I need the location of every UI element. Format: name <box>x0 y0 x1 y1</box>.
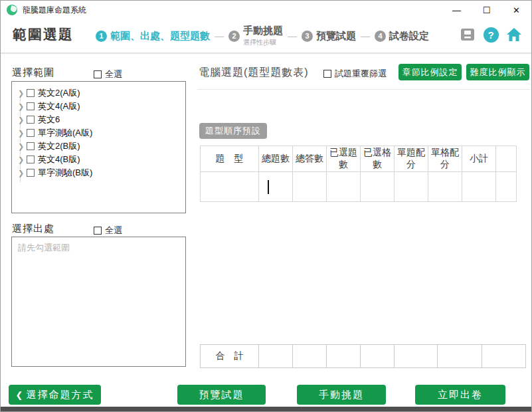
tree-item-checkbox[interactable] <box>27 102 35 110</box>
save-icon[interactable] <box>460 27 476 43</box>
step-1-range[interactable]: 1 範圍、出處、題型題數 <box>96 30 210 43</box>
tree-item-vocab-b[interactable]: ❯ 單字測驗(B版) <box>12 166 185 179</box>
step-4-label: 試卷設定 <box>389 30 429 43</box>
tree-item-eng6[interactable]: ❯ 英文6 <box>12 113 185 126</box>
column-header-blank <box>496 146 517 172</box>
right-panel-divider <box>197 89 530 90</box>
range-section-title: 選擇範圍 <box>12 66 54 79</box>
total-questions-cell[interactable] <box>259 172 293 202</box>
source-list-placeholder: 請先勾選範圍 <box>18 242 179 254</box>
tree-item-checkbox[interactable] <box>27 116 35 124</box>
step-2-number: 2 <box>228 31 240 42</box>
text-cursor <box>268 180 269 194</box>
tree-item-checkbox[interactable] <box>27 169 35 177</box>
tree-item-vocab-a[interactable]: ❯ 單字測驗(A版) <box>12 126 185 140</box>
step-separator: — <box>215 31 224 41</box>
tree-item-eng2b[interactable]: ❯ 英文2(B版) <box>12 140 185 153</box>
column-header-subtotal: 小計 <box>462 146 496 172</box>
duplicate-filter[interactable]: 試題重覆篩選 <box>323 68 387 80</box>
chevron-left-icon: ❮ <box>16 390 23 400</box>
chevron-right-icon[interactable]: ❯ <box>18 142 27 151</box>
help-icon[interactable]: ? <box>483 27 499 43</box>
column-header-total-questions: 總題數 <box>259 146 293 172</box>
duplicate-filter-checkbox[interactable] <box>323 70 331 78</box>
range-tree: ❯ 英文2(A版) ❯ 英文4(A版) ❯ 英文6 ❯ 單字測驗(A版) ❯ 英… <box>11 81 186 213</box>
range-select-all-checkbox[interactable] <box>94 70 102 78</box>
tree-item-checkbox[interactable] <box>27 129 35 137</box>
source-select-all-checkbox[interactable] <box>94 227 102 235</box>
tree-item-checkbox[interactable] <box>27 142 35 150</box>
back-button-label: 選擇命題方式 <box>26 389 94 401</box>
range-select-all-label: 全選 <box>105 69 122 79</box>
type-cell[interactable] <box>201 172 259 202</box>
minimize-button[interactable]: — <box>442 1 472 19</box>
title-bar: 龍騰題庫命題系統 — ☐ ✕ <box>1 1 531 19</box>
maximize-button[interactable]: ☐ <box>472 1 501 19</box>
tree-item-eng2a[interactable]: ❯ 英文2(A版) <box>12 86 185 100</box>
total-cell <box>293 345 327 368</box>
chevron-right-icon[interactable]: ❯ <box>18 102 27 111</box>
step-4-number: 4 <box>375 31 386 42</box>
step-4-paper-settings[interactable]: 4 試卷設定 <box>375 30 429 43</box>
question-type-table: 題 型 總題數 總答數 已選題數 已選格數 單題配分 單格配分 小計 <box>200 146 517 202</box>
app-logo-icon <box>7 5 17 15</box>
window-controls: — ☐ ✕ <box>442 1 531 19</box>
chevron-right-icon[interactable]: ❯ <box>18 169 27 177</box>
points-per-question-cell[interactable] <box>395 172 428 202</box>
preview-questions-button[interactable]: 預覽試題 <box>177 385 266 405</box>
tree-item-label[interactable]: 單字測驗(A版) <box>38 127 92 139</box>
generate-paper-button[interactable]: 立即出卷 <box>415 385 505 405</box>
chapter-ratio-button[interactable]: 章節比例設定 <box>399 64 462 80</box>
total-cell <box>259 345 293 368</box>
chevron-right-icon[interactable]: ❯ <box>18 155 27 164</box>
source-section-title: 選擇出處 <box>12 223 54 235</box>
manual-pick-button[interactable]: 手動挑題 <box>297 385 386 405</box>
column-header-selected-questions: 已選題數 <box>327 146 361 172</box>
step-1-label: 範圍、出處、題型題數 <box>110 30 210 43</box>
question-type-order-button[interactable]: 題型順序預設 <box>199 123 267 139</box>
total-cell <box>482 345 526 368</box>
source-select-all[interactable]: 全選 <box>94 224 122 237</box>
step-3-preview[interactable]: 3 預覽試題 <box>302 30 356 43</box>
column-header-selected-blanks: 已選格數 <box>361 146 395 172</box>
column-header-points-per-question: 單題配分 <box>395 146 428 172</box>
blank-cell <box>496 172 517 202</box>
computer-selection-heading: 電腦選題(題型題數表) <box>199 66 309 80</box>
chevron-right-icon[interactable]: ❯ <box>18 89 27 98</box>
header: 範圍選題 1 範圍、出處、題型題數 — 2 手動挑題 選擇性步驟 — 3 預覽試… <box>1 19 531 52</box>
tree-item-label[interactable]: 英文2(B版) <box>38 140 80 152</box>
tree-item-label[interactable]: 英文6 <box>38 114 60 126</box>
chevron-right-icon[interactable]: ❯ <box>18 129 27 138</box>
tree-item-checkbox[interactable] <box>27 89 35 97</box>
header-icons: ? <box>460 27 522 43</box>
tree-item-eng4b[interactable]: ❯ 英文4(B版) <box>12 153 185 166</box>
totals-table: 合 計 <box>200 344 526 368</box>
difficulty-ratio-button[interactable]: 難度比例顯示 <box>466 64 529 80</box>
tree-item-label[interactable]: 英文4(A版) <box>38 100 80 112</box>
points-per-blank-cell[interactable] <box>428 172 462 202</box>
total-row-label: 合 計 <box>201 345 259 368</box>
column-header-points-per-blank: 單格配分 <box>428 146 462 172</box>
tree-item-label[interactable]: 英文2(A版) <box>38 87 80 99</box>
tree-item-label[interactable]: 英文4(B版) <box>38 154 80 165</box>
tree-item-eng4a[interactable]: ❯ 英文4(A版) <box>12 100 185 113</box>
subtotal-cell[interactable] <box>462 172 496 202</box>
window-title: 龍騰題庫命題系統 <box>23 5 86 16</box>
step-2-sublabel: 選擇性步驟 <box>243 38 283 47</box>
column-header-total-answers: 總答數 <box>293 146 327 172</box>
home-icon[interactable] <box>506 27 522 43</box>
column-header-type: 題 型 <box>201 146 259 172</box>
tree-item-label[interactable]: 單字測驗(B版) <box>38 167 92 179</box>
tree-item-checkbox[interactable] <box>27 155 35 163</box>
selected-questions-cell[interactable] <box>327 172 361 202</box>
source-list[interactable]: 請先勾選範圍 <box>11 237 186 367</box>
selected-blanks-cell[interactable] <box>361 172 395 202</box>
step-2-manual-pick[interactable]: 2 手動挑題 選擇性步驟 <box>228 25 283 47</box>
duplicate-filter-label: 試題重覆篩選 <box>335 68 387 80</box>
chevron-right-icon[interactable]: ❯ <box>18 116 27 124</box>
total-answers-cell[interactable] <box>293 172 327 202</box>
range-select-all[interactable]: 全選 <box>94 68 122 80</box>
close-button[interactable]: ✕ <box>501 1 531 19</box>
total-cell <box>438 345 482 368</box>
back-button[interactable]: ❮ 選擇命題方式 <box>9 385 101 405</box>
